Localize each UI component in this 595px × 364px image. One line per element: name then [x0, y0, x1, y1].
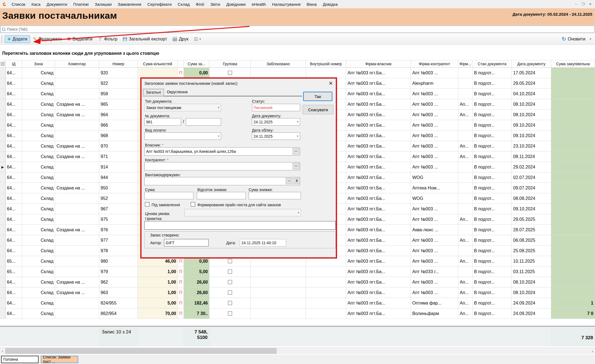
contragent-browse-button[interactable]: ... — [293, 163, 299, 169]
column-header-purchase-sum[interactable]: Сума закупівельна — [551, 60, 595, 68]
doc-number-input[interactable]: 981 — [144, 118, 181, 126]
discount-pct-input[interactable] — [197, 192, 246, 199]
menu-item[interactable]: Залишки — [92, 2, 115, 7]
add-button[interactable]: +Додати — [5, 35, 30, 43]
menu-item[interactable]: Філії — [193, 2, 207, 7]
scroll-left-icon[interactable]: ‹ — [0, 348, 5, 354]
cell-id: 64... — [6, 183, 22, 193]
consignee-clear-button[interactable]: X — [294, 178, 300, 184]
tab-rounding[interactable]: Округлення — [164, 89, 190, 96]
refresh-button[interactable]: ↻Оновити — [559, 34, 588, 44]
consignee-input[interactable] — [144, 177, 300, 185]
columns-button[interactable]: ▾ — [191, 36, 204, 42]
group-checkbox[interactable] — [228, 259, 232, 263]
taskbar-active-tab[interactable]: Список: Заявки пост ... — [41, 356, 78, 363]
restore-icon[interactable]: ❐ — [580, 2, 586, 7]
column-header-number[interactable]: Номер — [99, 60, 138, 68]
cell-comment — [55, 256, 99, 267]
group-checkbox[interactable] — [228, 270, 232, 274]
cell-id: 64... — [6, 172, 22, 183]
column-header-comment[interactable]: Коментар — [55, 60, 99, 68]
tab-general[interactable]: Загальні — [143, 89, 164, 96]
cell-contragent-firm: Апт №003 ... — [411, 256, 458, 267]
column-header-group[interactable]: Групова — [209, 60, 251, 68]
menu-item[interactable]: Звіти — [207, 2, 223, 7]
sum-input[interactable] — [144, 192, 193, 199]
menu-item[interactable]: Вікна — [304, 2, 320, 7]
close-icon[interactable]: ✕ — [587, 2, 593, 7]
column-header-id[interactable]: ІД — [6, 60, 22, 68]
column-header-p[interactable] — [178, 60, 184, 68]
menu-item[interactable]: Довідники — [223, 2, 249, 7]
search-input[interactable] — [7, 27, 594, 31]
price-condition-combobox[interactable] — [184, 209, 301, 216]
select-all-gutter[interactable] — [0, 60, 6, 68]
discount-sum-input[interactable] — [249, 192, 301, 199]
column-header-sum[interactable]: Сума за... — [184, 60, 209, 68]
group-checkbox[interactable] — [228, 71, 232, 75]
table-row[interactable]: ▶ 64... Склад 824/955 5,00 П 182,46 Апт … — [0, 298, 595, 308]
menu-item[interactable]: Документи — [44, 2, 70, 7]
taskbar-home-button[interactable]: Головна — [1, 356, 39, 363]
owner-input[interactable]: Апт №003 пгт.Барышевка, ул.Киевский шлях… — [144, 147, 300, 156]
print-button[interactable]: Друк — [170, 35, 191, 43]
column-header-doc-date[interactable]: Дата документу — [512, 60, 551, 68]
cell-purchase-sum — [551, 225, 595, 235]
export-button[interactable]: Загальний експорт — [120, 35, 170, 43]
table-row[interactable]: ▶ 64... Склад Создана на ... 962 1,00 П … — [0, 277, 595, 287]
group-checkbox[interactable] — [228, 290, 232, 295]
owner-browse-button[interactable]: ... — [293, 148, 299, 154]
table-row[interactable]: ▶ 65... Склад 979 1,00 П 5,00 Апт №003 п… — [0, 267, 595, 277]
search-box[interactable] — [1, 26, 594, 33]
menu-item[interactable]: Каса — [28, 2, 44, 7]
table-row[interactable]: ▶ 64... Склад 920 П 0,00 Апт №003 пгт.Ба… — [0, 68, 595, 78]
horizontal-scrollbar[interactable]: ‹ › — [0, 347, 595, 354]
menu-item[interactable]: Список — [9, 2, 28, 7]
column-header-firm3[interactable]: Фірм... — [458, 60, 473, 68]
consignee-browse-button[interactable]: ... — [286, 178, 292, 184]
column-header-internal-number[interactable]: Внутрішній номер — [306, 60, 346, 68]
cell-id: 64... — [6, 277, 22, 287]
edit-button[interactable]: ✎Редагувати — [30, 35, 64, 44]
refresh-chevron-icon[interactable]: ▾ — [590, 37, 591, 40]
payment-type-combobox[interactable] — [144, 132, 221, 140]
dialog-close-icon[interactable]: ✕ — [329, 80, 333, 86]
group-checkbox[interactable] — [228, 280, 232, 284]
filter-button[interactable]: Фільтр — [95, 35, 120, 43]
menu-item[interactable]: Довідка — [320, 2, 341, 7]
scroll-right-icon[interactable]: › — [590, 348, 595, 354]
minimize-icon[interactable]: – — [573, 2, 579, 7]
table-row[interactable]: ▶ 64... Склад 862/954 70,00 П 7 30.. Апт… — [0, 308, 595, 319]
under-order-checkbox[interactable] — [145, 202, 149, 207]
menu-item[interactable]: Платежі — [70, 2, 92, 7]
cell-zone: Склад — [22, 162, 55, 172]
group-checkbox[interactable] — [228, 301, 232, 305]
column-header-zone[interactable]: Зона — [22, 60, 55, 68]
menu-item[interactable]: Замовлення — [115, 2, 144, 7]
scrollbar-thumb[interactable] — [5, 348, 277, 354]
account-date-dropdown[interactable]: 24.11.2025 — [252, 132, 300, 140]
menu-item[interactable]: eHealth — [249, 2, 269, 7]
doc-number-suffix-input[interactable] — [186, 118, 221, 126]
column-header-blocked[interactable]: Заблоковано — [251, 60, 306, 68]
doc-date-dropdown[interactable]: 24.11.2025 — [252, 118, 300, 126]
column-header-doc-state[interactable]: Стан документа — [473, 60, 512, 68]
table-row[interactable]: ▶ 65... Склад 980 46,00 П 0,00 Апт №003 … — [0, 256, 595, 267]
cell-doc-date: 06.08.2025 — [512, 235, 551, 246]
contragent-input[interactable] — [144, 162, 300, 170]
menu-item[interactable]: Склад — [175, 2, 193, 7]
menu-item[interactable]: Налаштування — [269, 2, 304, 7]
discount-pct-label: Відсоток знижки: — [197, 188, 227, 192]
column-header-owner-firm[interactable]: Фірма-власник — [346, 60, 411, 68]
note-input[interactable] — [144, 221, 336, 230]
group-checkbox[interactable] — [228, 311, 232, 316]
delete-button[interactable]: ✖Видалити — [64, 35, 95, 43]
table-row[interactable]: ▶ 64... Склад Создана на ... 963 1,00 П … — [0, 287, 595, 298]
price-list-checkbox[interactable] — [191, 202, 195, 207]
author-input[interactable]: GIFT — [164, 239, 209, 246]
menu-item[interactable]: Сертифікати — [144, 2, 175, 7]
column-header-qty-sum[interactable]: Сума кількостей — [138, 60, 178, 68]
group-by-panel[interactable]: Перетягніть заголовок колонки сюди для у… — [0, 45, 595, 60]
doc-type-combobox[interactable]: Заказ поставщикам — [144, 104, 221, 111]
column-header-contragent-firm[interactable]: Фірма-контрагент — [411, 60, 458, 68]
